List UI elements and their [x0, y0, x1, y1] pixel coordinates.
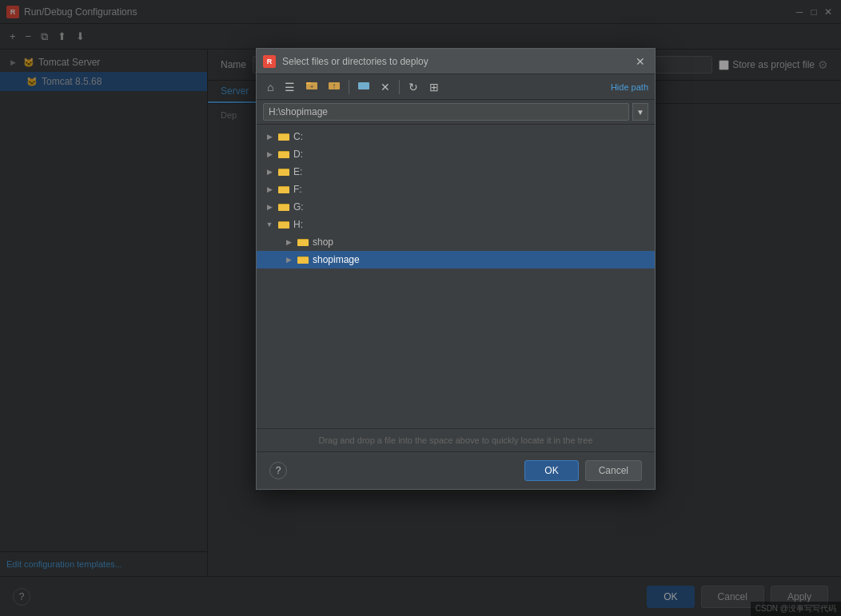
- home-button[interactable]: ⌂: [263, 79, 277, 95]
- dialog-buttons: ? OK Cancel: [257, 451, 655, 489]
- modal-overlay: R Select files or directories to deploy …: [0, 0, 841, 616]
- new-folder2-button[interactable]: [354, 78, 373, 95]
- svg-rect-20: [297, 240, 309, 246]
- drag-hint: Drag and drop a file into the space abov…: [257, 428, 655, 451]
- dialog-help-button[interactable]: ?: [269, 462, 287, 479]
- dialog-app-icon: R: [263, 55, 276, 68]
- h-drive-label: H:: [293, 219, 303, 230]
- toolbar-separator: [349, 80, 349, 94]
- c-arrow-icon: ▶: [263, 130, 276, 143]
- dialog-title: Select files or directories to deploy: [282, 56, 626, 67]
- f-drive-label: F:: [293, 184, 302, 195]
- f-folder-icon: [277, 183, 290, 196]
- tree-item-c[interactable]: ▶ C:: [257, 128, 655, 145]
- svg-rect-10: [278, 152, 289, 158]
- dialog-ok-button[interactable]: OK: [524, 460, 578, 481]
- shop-folder-icon: [297, 236, 309, 248]
- d-arrow-icon: ▶: [263, 148, 276, 161]
- svg-rect-12: [278, 169, 289, 176]
- e-drive-label: E:: [293, 166, 302, 177]
- tree-item-h[interactable]: ▼ H:: [257, 216, 655, 233]
- list-view-button[interactable]: ☰: [281, 79, 299, 95]
- g-arrow-icon: ▶: [263, 201, 276, 213]
- refresh-button[interactable]: ↻: [405, 79, 422, 95]
- shopimage-arrow-icon: ▶: [282, 253, 295, 266]
- e-arrow-icon: ▶: [263, 165, 276, 178]
- h-arrow-icon: ▼: [263, 218, 276, 231]
- svg-text:↑: ↑: [333, 81, 337, 90]
- shopimage-folder-icon: [297, 253, 309, 266]
- shop-label: shop: [313, 236, 333, 248]
- tree-item-g[interactable]: ▶ G:: [257, 198, 655, 216]
- svg-rect-16: [278, 205, 289, 211]
- file-dialog: R Select files or directories to deploy …: [256, 48, 656, 490]
- tree-item-e[interactable]: ▶ E:: [257, 163, 655, 181]
- dialog-cancel-button[interactable]: Cancel: [585, 460, 642, 481]
- dialog-close-button[interactable]: ✕: [632, 54, 648, 70]
- f-arrow-icon: ▶: [263, 183, 276, 196]
- g-drive-label: G:: [293, 201, 304, 213]
- svg-rect-8: [278, 134, 289, 141]
- g-folder-icon: [277, 201, 290, 213]
- d-drive-label: D:: [293, 149, 303, 160]
- path-input[interactable]: [263, 103, 629, 121]
- dialog-title-bar: R Select files or directories to deploy …: [257, 49, 655, 74]
- tree-item-d[interactable]: ▶ D:: [257, 145, 655, 163]
- shopimage-label: shopimage: [313, 254, 360, 265]
- dialog-toolbar: ⌂ ☰ + ↑ ✕ ↻ ⊞ Hide path: [257, 74, 655, 100]
- delete-button[interactable]: ✕: [377, 79, 394, 95]
- d-folder-icon: [277, 148, 290, 161]
- toolbar-separator2: [399, 80, 400, 94]
- shop-arrow-icon: ▶: [282, 236, 295, 248]
- new-folder-button[interactable]: +: [302, 78, 321, 95]
- tree-item-shop[interactable]: ▶ shop: [257, 233, 655, 251]
- path-dropdown-button[interactable]: ▼: [632, 103, 648, 121]
- e-folder-icon: [277, 165, 290, 178]
- file-tree: ▶ C: ▶ D: ▶ E:: [257, 125, 655, 428]
- c-folder-icon: [277, 130, 290, 143]
- h-folder-icon: [277, 218, 290, 231]
- svg-text:+: +: [310, 83, 314, 90]
- c-drive-label: C:: [293, 131, 303, 142]
- hide-path-link[interactable]: Hide path: [611, 82, 648, 92]
- tree-item-shopimage[interactable]: ▶ shopimage: [257, 251, 655, 268]
- folder-up-button[interactable]: ↑: [325, 78, 344, 95]
- svg-rect-5: [358, 82, 369, 89]
- tree-item-f[interactable]: ▶ F:: [257, 181, 655, 198]
- path-bar: ▼: [257, 100, 655, 125]
- svg-rect-14: [278, 187, 289, 193]
- bookmark-button[interactable]: ⊞: [425, 79, 443, 95]
- svg-rect-22: [297, 257, 309, 264]
- svg-rect-18: [278, 222, 289, 229]
